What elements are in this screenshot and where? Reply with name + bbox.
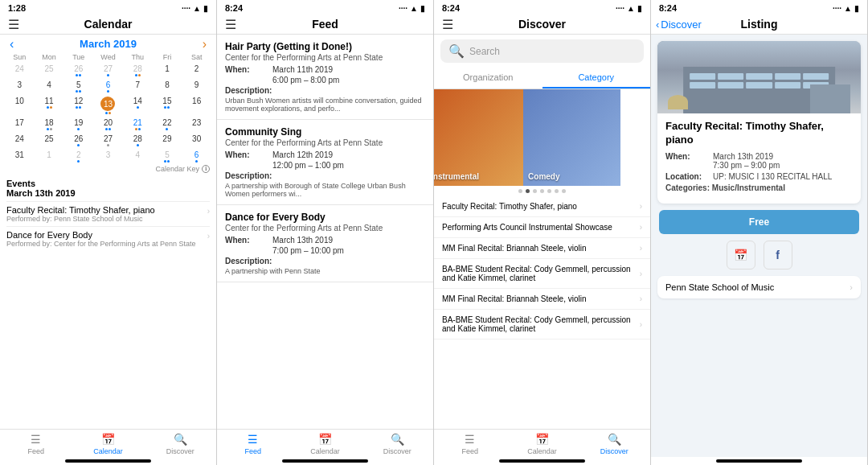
calendar-day[interactable]: 4: [123, 149, 153, 164]
calendar-day[interactable]: 14: [123, 95, 153, 116]
calendar-day[interactable]: 22: [153, 117, 182, 132]
menu-icon[interactable]: ☰: [8, 17, 19, 32]
calendar-week: 3456789: [5, 79, 211, 94]
tab-feed-2[interactable]: ☰ Feed: [217, 433, 289, 455]
blue-dot: [167, 106, 170, 109]
calendar-day[interactable]: 1: [35, 149, 64, 164]
tab-feed-1[interactable]: ☰ Feed: [0, 433, 72, 455]
tab-feed-3[interactable]: ☰ Feed: [434, 433, 506, 455]
home-indicator-4: [716, 459, 803, 463]
blue-dot: [77, 144, 80, 146]
blue-dot: [137, 144, 139, 146]
calendar-day[interactable]: 21: [123, 117, 153, 132]
calendar-day[interactable]: 1: [153, 63, 182, 78]
calendar-day[interactable]: 6: [182, 149, 211, 164]
events-heading: Events March 13th 2019: [6, 179, 210, 198]
calendar-day[interactable]: 8: [153, 79, 182, 94]
list-item[interactable]: Performing Arts Council Instrumental Sho…: [434, 217, 650, 238]
blue-dot: [79, 90, 81, 93]
add-to-calendar-button[interactable]: 📅: [727, 241, 755, 270]
calendar-day[interactable]: 25: [35, 63, 64, 78]
dot-7: [562, 189, 566, 193]
list-item[interactable]: Faculty Recital: Timothy Shafer, piano P…: [6, 201, 210, 226]
calendar-day[interactable]: 25: [35, 133, 64, 148]
back-button[interactable]: ‹ Discover: [656, 19, 702, 31]
list-item[interactable]: Faculty Recital: Timothy Shafer, piano›: [434, 196, 650, 217]
calendar-day[interactable]: 5: [63, 79, 93, 94]
calendar-day[interactable]: 18: [35, 117, 64, 132]
next-month-button[interactable]: ›: [203, 37, 207, 51]
tab-discover-2[interactable]: 🔍 Discover: [361, 433, 433, 455]
listing-org[interactable]: Penn State School of Music ›: [657, 276, 861, 298]
calendar-day[interactable]: 4: [35, 79, 64, 94]
calendar-day[interactable]: 31: [5, 149, 35, 164]
blue-dot: [76, 90, 78, 93]
calendar-day[interactable]: 19: [63, 117, 93, 132]
category-card-comedy[interactable]: Comedy: [523, 89, 620, 186]
feed-content: Hair Party (Getting it Done!) Center for…: [217, 35, 433, 429]
key-info-icon[interactable]: ℹ: [202, 165, 210, 173]
event-title: Dance for Every Body: [6, 230, 207, 240]
orange-dot: [138, 74, 141, 76]
calendar-day[interactable]: 10: [5, 95, 35, 116]
calendar-day[interactable]: 7: [123, 79, 153, 94]
comedy-label: Comedy: [528, 172, 559, 181]
prev-month-button[interactable]: ‹: [10, 37, 14, 51]
calendar-day[interactable]: 24: [5, 133, 35, 148]
calendar-day[interactable]: 26: [63, 133, 93, 148]
calendar-day[interactable]: 12: [63, 95, 93, 116]
list-item[interactable]: BA-BME Student Recital: Cody Gemmell, pe…: [434, 259, 650, 289]
blue-dot: [164, 160, 166, 163]
event-title: Faculty Recital: Timothy Shafer, piano: [6, 205, 207, 215]
wifi-icon-4: ▲: [844, 4, 852, 13]
feed-card-org-3: Center for the Performing Arts at Penn S…: [225, 224, 425, 232]
list-item[interactable]: BA-BME Student Recital: Cody Gemmell, pe…: [434, 310, 650, 339]
calendar-day[interactable]: 3: [93, 149, 123, 164]
facebook-button[interactable]: f: [764, 241, 792, 270]
calendar-day[interactable]: 3: [5, 79, 35, 94]
calendar-day[interactable]: 28: [123, 133, 153, 148]
search-input[interactable]: Search: [469, 46, 636, 57]
search-icon-3: 🔍: [448, 43, 465, 59]
menu-icon-2[interactable]: ☰: [225, 17, 236, 32]
calendar-day[interactable]: 6: [93, 79, 123, 94]
list-item[interactable]: Dance for Every Body Performed by: Cente…: [6, 226, 210, 251]
tab-category[interactable]: Category: [542, 68, 651, 88]
menu-icon-3[interactable]: ☰: [442, 17, 453, 32]
category-card-instrumental[interactable]: Instrumental: [434, 89, 523, 186]
tab-organization[interactable]: Organization: [434, 68, 542, 88]
calendar-day[interactable]: 2: [182, 63, 211, 78]
calendar-day[interactable]: 26: [63, 63, 93, 78]
calendar-day[interactable]: 15: [153, 95, 182, 116]
list-item[interactable]: MM Final Recital: Briannah Steele, violi…: [434, 289, 650, 310]
calendar-day[interactable]: 29: [153, 133, 182, 148]
calendar-day[interactable]: 27: [93, 63, 123, 78]
blue-dot: [47, 106, 49, 109]
calendar-day[interactable]: 13: [93, 95, 123, 116]
tab-discover-1[interactable]: 🔍 Discover: [144, 433, 216, 455]
listing-location-row: Location: UP: MUSIC I 130 RECITAL HALL: [665, 172, 853, 181]
calendar-day[interactable]: 16: [182, 95, 211, 116]
calendar-day[interactable]: 30: [182, 133, 211, 148]
search-bar[interactable]: 🔍 Search: [440, 39, 644, 63]
free-button[interactable]: Free: [659, 210, 859, 234]
calendar-day[interactable]: 5: [153, 149, 182, 164]
calendar-day[interactable]: 28: [123, 63, 153, 78]
tab-calendar-3[interactable]: 📅 Calendar: [506, 433, 579, 455]
discover-item-title: Faculty Recital: Timothy Shafer, piano: [442, 202, 577, 211]
blue-dot: [107, 74, 109, 76]
calendar-day[interactable]: 24: [5, 63, 35, 78]
calendar-day[interactable]: 20: [93, 117, 123, 132]
discover-item-chevron-icon: ›: [640, 202, 642, 211]
calendar-day[interactable]: 11: [35, 95, 64, 116]
tab-calendar-2[interactable]: 📅 Calendar: [289, 433, 362, 455]
time-2: 8:24: [225, 3, 243, 13]
tab-discover-3[interactable]: 🔍 Discover: [578, 433, 650, 455]
calendar-day[interactable]: 17: [5, 117, 35, 132]
calendar-day[interactable]: 27: [93, 133, 123, 148]
calendar-day[interactable]: 2: [63, 149, 93, 164]
calendar-day[interactable]: 9: [182, 79, 211, 94]
calendar-day[interactable]: 23: [182, 117, 211, 132]
tab-calendar-1[interactable]: 📅 Calendar: [72, 433, 145, 455]
list-item[interactable]: MM Final Recital: Briannah Steele, violi…: [434, 238, 650, 259]
